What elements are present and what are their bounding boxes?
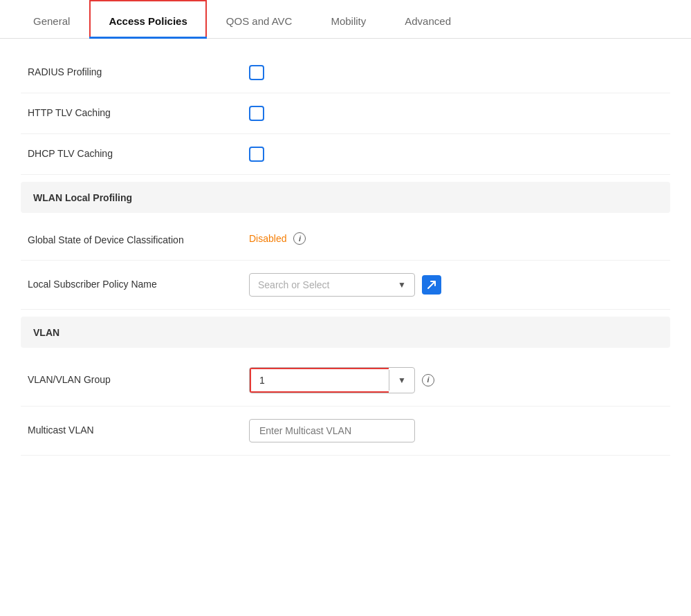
- vlan-section-title: VLAN: [33, 327, 59, 338]
- vlan-group-control: ▼ i: [249, 367, 663, 393]
- device-classification-info-icon[interactable]: i: [293, 232, 306, 245]
- tab-general[interactable]: General: [14, 0, 89, 38]
- multicast-vlan-label: Multicast VLAN: [28, 424, 249, 438]
- dhcp-tlv-caching-checkbox[interactable]: [249, 147, 264, 162]
- vlan-group-info-icon[interactable]: i: [422, 374, 434, 386]
- local-subscriber-control: Search or Select ▼: [249, 273, 663, 297]
- vlan-group-arrow-icon: ▼: [398, 375, 406, 385]
- multicast-vlan-control: [249, 419, 663, 442]
- local-subscriber-placeholder: Search or Select: [258, 279, 330, 290]
- tab-advanced[interactable]: Advanced: [385, 0, 470, 38]
- wlan-local-profiling-section: WLAN Local Profiling: [21, 182, 670, 213]
- wlan-local-profiling-title: WLAN Local Profiling: [33, 192, 132, 203]
- dhcp-tlv-caching-row: DHCP TLV Caching: [21, 134, 670, 175]
- tab-navigation: General Access Policies QOS and AVC Mobi…: [0, 0, 691, 39]
- device-classification-status: Disabled: [249, 233, 286, 244]
- multicast-vlan-input[interactable]: [249, 419, 415, 442]
- local-subscriber-row: Local Subscriber Policy Name Search or S…: [21, 261, 670, 310]
- local-subscriber-label: Local Subscriber Policy Name: [28, 278, 249, 292]
- vlan-group-input[interactable]: [250, 368, 389, 393]
- tab-access-policies[interactable]: Access Policies: [89, 0, 206, 38]
- http-tlv-caching-control: [249, 106, 663, 121]
- radius-profiling-control: [249, 65, 663, 80]
- radius-profiling-row: RADIUS Profiling: [21, 53, 670, 93]
- local-subscriber-dropdown[interactable]: Search or Select ▼: [249, 273, 415, 297]
- http-tlv-caching-row: HTTP TLV Caching: [21, 93, 670, 134]
- vlan-group-row: VLAN/VLAN Group ▼ i: [21, 355, 670, 407]
- radius-profiling-checkbox[interactable]: [249, 65, 264, 80]
- device-classification-row: Global State of Device Classification Di…: [21, 220, 670, 261]
- content-area: RADIUS Profiling HTTP TLV Caching DHCP T…: [0, 39, 691, 469]
- vlan-group-label: VLAN/VLAN Group: [28, 373, 249, 387]
- radius-profiling-label: RADIUS Profiling: [28, 66, 249, 80]
- local-subscriber-arrow-icon: ▼: [398, 280, 406, 290]
- multicast-vlan-row: Multicast VLAN: [21, 407, 670, 456]
- http-tlv-caching-label: HTTP TLV Caching: [28, 106, 249, 120]
- tab-qos-avc[interactable]: QOS and AVC: [207, 0, 312, 38]
- device-classification-label: Global State of Device Classification: [28, 232, 249, 248]
- vlan-section: VLAN: [21, 317, 670, 348]
- http-tlv-caching-checkbox[interactable]: [249, 106, 264, 121]
- device-classification-control: Disabled i: [249, 232, 663, 245]
- local-subscriber-external-link-icon[interactable]: [422, 275, 441, 295]
- dhcp-tlv-caching-control: [249, 147, 663, 162]
- vlan-group-dropdown-btn[interactable]: ▼: [389, 370, 414, 391]
- vlan-group-input-container: ▼: [249, 367, 415, 393]
- dhcp-tlv-caching-label: DHCP TLV Caching: [28, 147, 249, 161]
- tab-mobility[interactable]: Mobility: [311, 0, 385, 38]
